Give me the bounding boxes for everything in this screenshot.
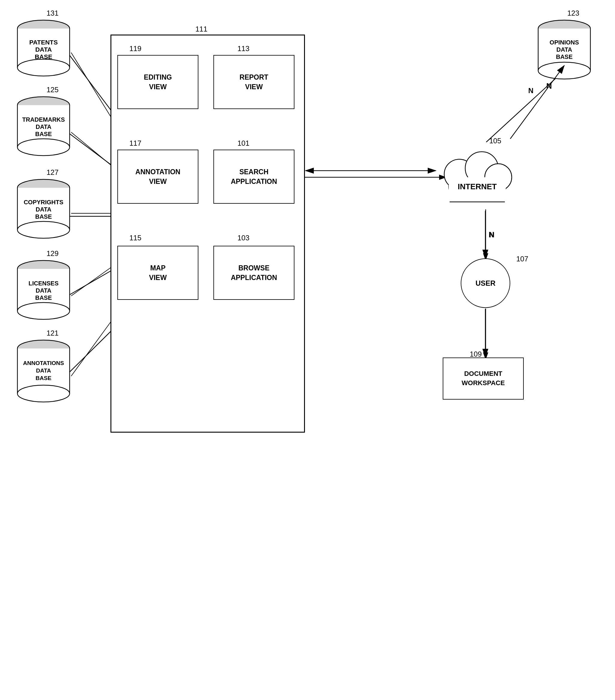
trademarks-db: TRADEMARKS DATA BASE 125 (16, 95, 71, 159)
svg-text:TRADEMARKS: TRADEMARKS (22, 116, 65, 123)
svg-line-77 (71, 322, 111, 376)
internet-cloud: INTERNET 105 (435, 138, 519, 210)
annotations-db: ANNOTATIONS DATA BASE 121 (16, 338, 71, 405)
svg-text:COPYRIGHTS: COPYRIGHTS (24, 199, 63, 205)
svg-point-58 (538, 62, 590, 79)
user-ref: 107 (516, 255, 528, 263)
svg-point-50 (17, 385, 69, 402)
svg-line-3 (67, 53, 112, 111)
svg-text:ANNOTATIONS: ANNOTATIONS (23, 360, 64, 366)
svg-text:BASE: BASE (35, 213, 52, 220)
search-application-box: SEARCHAPPLICATION (214, 150, 294, 204)
copyrights-db-ref: 127 (47, 168, 59, 177)
copyrights-db: COPYRIGHTS DATA BASE 127 (16, 177, 71, 241)
annotation-view-ref: 117 (129, 139, 141, 148)
patents-db: PATENTS DATA BASE 131 (16, 18, 71, 79)
svg-point-26 (17, 139, 69, 155)
svg-text:BASE: BASE (35, 53, 52, 60)
licenses-db-ref: 129 (47, 249, 59, 258)
licenses-db: LICENSES DATA BASE 129 (16, 258, 71, 323)
svg-text:DATA: DATA (36, 287, 52, 294)
svg-text:BASE: BASE (35, 295, 52, 301)
svg-text:N: N (489, 231, 494, 239)
document-workspace-box: DOCUMENTWORKSPACE (443, 358, 524, 400)
main-application-box: 111 EDITINGVIEW 119 REPORTVIEW 113 ANNOT… (111, 35, 305, 433)
opinions-db-ref: 123 (567, 9, 579, 17)
svg-line-6 (67, 271, 112, 296)
search-application-ref: 101 (238, 139, 249, 148)
svg-text:BASE: BASE (35, 131, 52, 137)
svg-text:DATA: DATA (36, 206, 52, 213)
editing-view-ref: 119 (129, 45, 141, 53)
svg-text:DATA: DATA (36, 124, 52, 130)
report-view-ref: 113 (238, 45, 249, 53)
browse-application-box: BROWSEAPPLICATION (214, 246, 294, 300)
svg-point-42 (17, 302, 69, 320)
map-view-box: MAPVIEW (117, 246, 198, 300)
svg-point-34 (17, 222, 69, 238)
svg-line-73 (71, 53, 111, 117)
opinions-db: OPINIONS DATA BASE 123 (537, 18, 591, 82)
svg-text:DATA: DATA (556, 46, 572, 53)
document-workspace-ref: 109 (470, 350, 482, 359)
svg-line-4 (67, 132, 112, 165)
svg-text:N: N (489, 230, 494, 239)
svg-text:DATA: DATA (35, 46, 52, 53)
svg-text:DATA: DATA (36, 367, 51, 374)
svg-text:LICENSES: LICENSES (28, 280, 59, 287)
svg-text:N: N (528, 87, 533, 95)
svg-line-74 (71, 132, 111, 165)
map-view-ref: 115 (129, 234, 141, 242)
annotation-view-box: ANNOTATIONVIEW (117, 150, 198, 204)
svg-text:OPINIONS: OPINIONS (550, 39, 579, 46)
svg-line-7 (67, 330, 112, 374)
internet-ref: 105 (489, 137, 501, 145)
report-view-box: REPORTVIEW (214, 55, 294, 109)
user-circle: USER (461, 258, 510, 308)
browse-application-ref: 103 (238, 234, 249, 242)
patents-db-ref: 131 (47, 9, 59, 17)
svg-text:BASE: BASE (36, 375, 52, 381)
svg-text:PATENTS: PATENTS (29, 39, 58, 46)
trademarks-db-ref: 125 (47, 86, 59, 94)
editing-view-box: EDITINGVIEW (117, 55, 198, 109)
svg-text:INTERNET: INTERNET (458, 182, 497, 191)
svg-point-18 (17, 59, 69, 76)
svg-line-76 (71, 267, 111, 296)
main-box-ref: 111 (195, 25, 207, 33)
annotations-db-ref: 121 (47, 329, 59, 337)
svg-text:BASE: BASE (556, 53, 573, 60)
svg-text:N: N (546, 82, 552, 90)
